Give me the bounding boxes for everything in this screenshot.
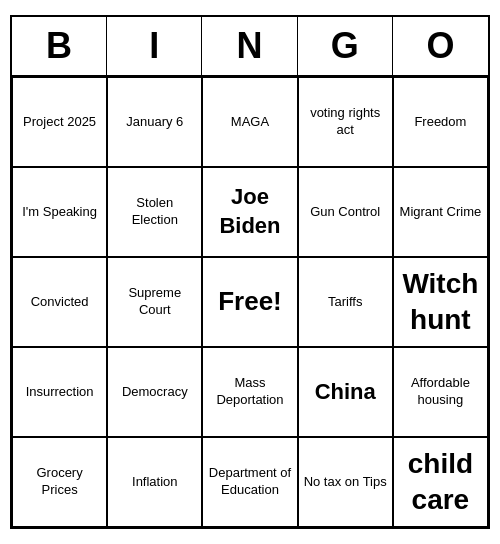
- bingo-card: BINGO Project 2025January 6MAGAvoting ri…: [10, 15, 490, 529]
- bingo-cell-2: MAGA: [202, 77, 297, 167]
- bingo-cell-4: Freedom: [393, 77, 488, 167]
- header-letter-g: G: [298, 17, 393, 75]
- bingo-cell-5: I'm Speaking: [12, 167, 107, 257]
- bingo-cell-16: Democracy: [107, 347, 202, 437]
- bingo-cell-20: Grocery Prices: [12, 437, 107, 527]
- bingo-cell-24: child care: [393, 437, 488, 527]
- bingo-cell-9: Migrant Crime: [393, 167, 488, 257]
- bingo-cell-8: Gun Control: [298, 167, 393, 257]
- header-letter-n: N: [202, 17, 297, 75]
- bingo-cell-3: voting rights act: [298, 77, 393, 167]
- bingo-cell-17: Mass Deportation: [202, 347, 297, 437]
- bingo-cell-10: Convicted: [12, 257, 107, 347]
- bingo-cell-0: Project 2025: [12, 77, 107, 167]
- bingo-cell-11: Supreme Court: [107, 257, 202, 347]
- bingo-cell-19: Affordable housing: [393, 347, 488, 437]
- header-letter-b: B: [12, 17, 107, 75]
- bingo-cell-21: Inflation: [107, 437, 202, 527]
- bingo-cell-14: Witch hunt: [393, 257, 488, 347]
- bingo-cell-18: China: [298, 347, 393, 437]
- bingo-cell-15: Insurrection: [12, 347, 107, 437]
- bingo-cell-23: No tax on Tips: [298, 437, 393, 527]
- bingo-cell-22: Department of Education: [202, 437, 297, 527]
- header-letter-o: O: [393, 17, 488, 75]
- bingo-cell-6: Stolen Election: [107, 167, 202, 257]
- bingo-header: BINGO: [12, 17, 488, 77]
- bingo-grid: Project 2025January 6MAGAvoting rights a…: [12, 77, 488, 527]
- bingo-cell-7: Joe Biden: [202, 167, 297, 257]
- bingo-cell-1: January 6: [107, 77, 202, 167]
- bingo-cell-12: Free!: [202, 257, 297, 347]
- bingo-cell-13: Tariffs: [298, 257, 393, 347]
- header-letter-i: I: [107, 17, 202, 75]
